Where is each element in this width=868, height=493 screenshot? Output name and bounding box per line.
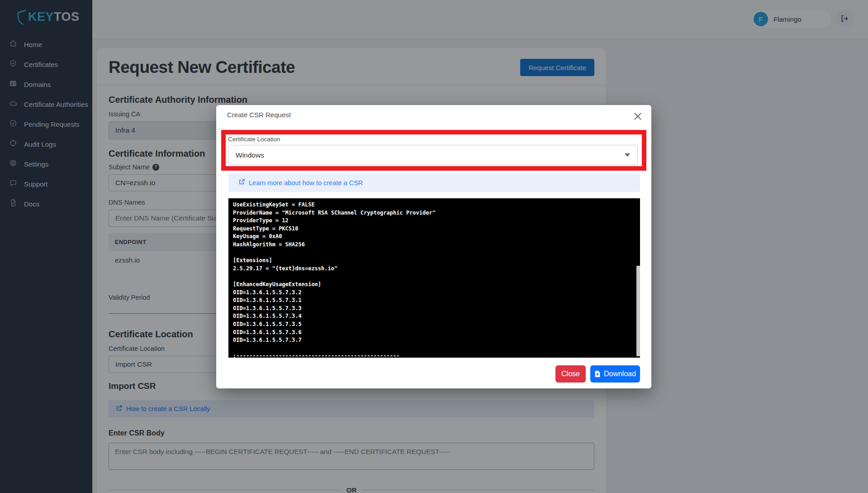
code-line: 2.5.29.17 = "{text}dns=ezssh.io" — [233, 265, 636, 273]
code-line: OID=1.3.6.1.5.5.7.3.6 — [233, 329, 636, 337]
modal-close-button[interactable] — [631, 110, 644, 123]
chevron-down-icon — [625, 153, 630, 157]
code-line — [233, 249, 636, 257]
code-line: OID=1.3.6.1.5.5.7.3.3 — [233, 305, 636, 313]
modal-location-label: Certificate Location — [228, 136, 638, 143]
download-button-label: Download — [604, 370, 636, 378]
code-line: OID=1.3.6.1.5.5.7.3.7 — [233, 336, 636, 345]
code-line: [EnhancedKeyUsageExtension] — [233, 281, 636, 289]
code-line — [233, 273, 636, 281]
code-line: KeyUsage = 0xA0 — [233, 233, 636, 241]
code-line: OID=1.3.6.1.5.5.7.3.5 — [233, 321, 636, 329]
close-icon — [633, 111, 643, 123]
learn-more-strip: Learn more about how to create a CSR — [228, 173, 640, 192]
code-scrollbar-thumb[interactable] — [636, 266, 640, 356]
learn-more-link[interactable]: Learn more about how to create a CSR — [249, 179, 363, 187]
code-line: OID=1.3.6.1.5.5.7.3.4 — [233, 312, 636, 321]
create-csr-modal: Create CSR Request Certificate Location … — [216, 105, 651, 388]
code-line — [233, 345, 636, 353]
download-button[interactable]: Download — [590, 365, 640, 383]
code-line: ProviderType = 12 — [233, 217, 636, 225]
code-line: OID=1.3.6.1.5.5.7.3.1 — [233, 297, 636, 305]
code-line: HashAlgorithm = SHA256 — [233, 241, 636, 249]
external-link-icon — [238, 178, 245, 187]
dropdown-selected-value: Windows — [236, 151, 264, 159]
code-line: UseExistingKeySet = FALSE — [233, 201, 636, 209]
certificate-location-dropdown[interactable]: Windows — [228, 145, 638, 165]
highlighted-location-section: Certificate Location Windows — [221, 130, 646, 171]
csr-config-code-block: UseExistingKeySet = FALSE ProviderName =… — [228, 198, 640, 358]
download-file-icon — [594, 370, 601, 378]
code-line: OID=1.3.6.1.5.5.7.3.2 — [233, 289, 636, 297]
code-line: RequestType = PKCS10 — [233, 225, 636, 233]
code-line: [Extensions] — [233, 257, 636, 265]
modal-title: Create CSR Request — [227, 111, 291, 119]
code-line: ;---------------------------------------… — [233, 352, 636, 358]
code-line: ProviderName = "Microsoft RSA SChannel C… — [233, 209, 636, 217]
close-button[interactable]: Close — [555, 365, 586, 383]
